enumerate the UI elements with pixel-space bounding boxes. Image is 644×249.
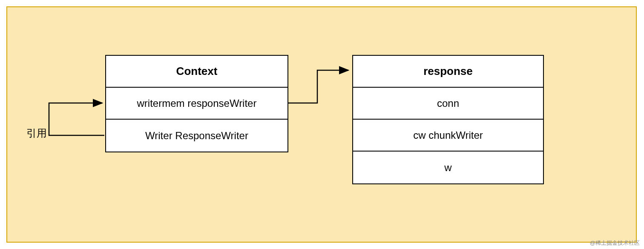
context-field-writer: Writer ResponseWriter [106,120,288,152]
reference-label: 引用 [26,126,47,140]
response-title: response [353,56,543,88]
context-field-writermem: writermem responseWriter [106,88,288,120]
response-field-conn: conn [353,88,543,120]
context-struct-box: Context writermem responseWriter Writer … [105,55,288,152]
context-title: Context [106,56,288,88]
response-struct-box: response conn cw chunkWriter w [352,55,544,184]
response-field-cw: cw chunkWriter [353,120,543,152]
diagram-canvas: Context writermem responseWriter Writer … [6,6,637,243]
watermark-text: @稀土掘金技术社区 [590,239,640,247]
response-field-w: w [353,152,543,183]
